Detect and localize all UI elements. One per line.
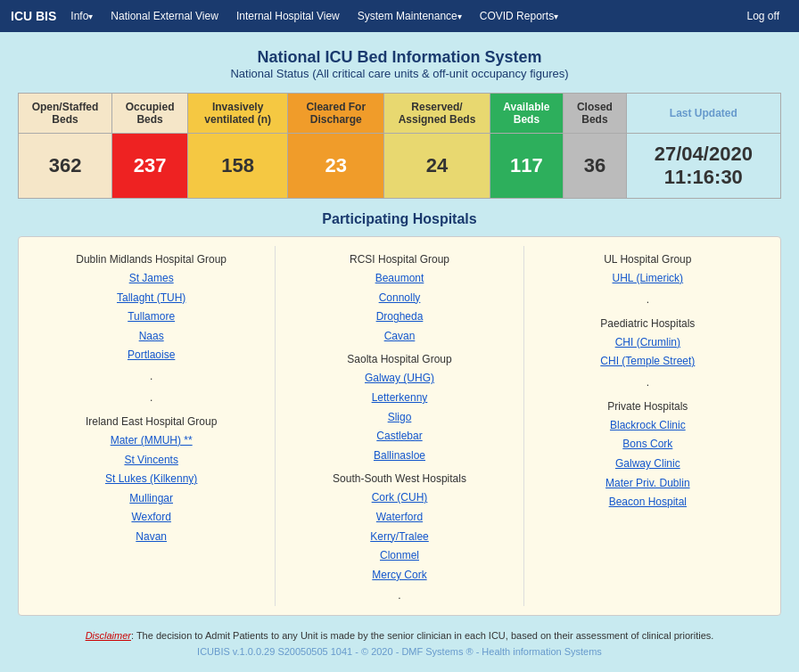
th-reserved: Reserved/ Assigned Beds — [384, 94, 490, 134]
group-private: Private Hospitals — [533, 400, 762, 413]
hospital-st-lukes[interactable]: St Lukes (Kilkenny) — [37, 470, 266, 489]
nav-national-external[interactable]: National External View — [102, 0, 227, 32]
val-occupied: 237 — [112, 134, 188, 199]
val-invasive: 158 — [188, 134, 288, 199]
hospital-tullamore[interactable]: Tullamore — [37, 307, 266, 327]
dot-col2: . — [284, 585, 514, 606]
val-last-updated: 27/04/2020 11:16:30 — [626, 134, 780, 199]
val-open-staffed: 362 — [19, 134, 112, 199]
hospital-mercy-cork[interactable]: Mercy Cork — [284, 566, 514, 586]
hospital-cork-cuh[interactable]: Cork (CUH) — [284, 488, 514, 508]
hospitals-section-title: Participating Hospitals — [18, 211, 781, 227]
hospital-letterkenny[interactable]: Letterkenny — [284, 389, 514, 408]
hospital-galway-uhg[interactable]: Galway (UHG) — [284, 369, 514, 389]
hospital-wexford[interactable]: Wexford — [37, 508, 266, 528]
th-invasive: Invasively ventilated (n) — [188, 94, 288, 134]
val-reserved: 24 — [384, 134, 490, 199]
hospital-st-james[interactable]: St James — [37, 269, 266, 289]
hospital-naas[interactable]: Naas — [37, 327, 266, 347]
page-title: National ICU Bed Information System — [18, 48, 781, 67]
hospital-mater[interactable]: Mater (MMUH) ** — [37, 431, 266, 451]
footer-text: ICUBIS v.1.0.0.29 S20050505 1041 - © 202… — [18, 646, 781, 657]
hospital-sligo[interactable]: Sligo — [284, 408, 514, 428]
th-cleared: Cleared For Discharge — [288, 94, 384, 134]
hospital-uhl-limerick[interactable]: UHL (Limerick) — [533, 269, 762, 289]
group-dublin-midlands: Dublin Midlands Hospital Group — [37, 253, 266, 266]
hospital-tallaght[interactable]: Tallaght (TUH) — [37, 289, 266, 308]
hospital-clonmel[interactable]: Clonmel — [284, 546, 514, 566]
dot-1: . — [37, 365, 266, 387]
hospital-portlaoise[interactable]: Portlaoise — [37, 346, 266, 365]
group-paediatric: Paediatric Hospitals — [533, 317, 762, 330]
th-available: Available Beds — [490, 94, 564, 134]
hospital-waterford[interactable]: Waterford — [284, 508, 514, 528]
hospital-col-1: Dublin Midlands Hospital Group St James … — [28, 246, 276, 606]
hospital-connolly[interactable]: Connolly — [284, 289, 514, 308]
hospital-beaumont[interactable]: Beaumont — [284, 269, 514, 289]
navbar: ICU BIS Info National External View Inte… — [0, 0, 799, 32]
hospital-chi-temple-street[interactable]: CHI (Temple Street) — [533, 352, 762, 372]
main-content: National ICU Bed Information System Nati… — [0, 32, 799, 666]
val-available: 117 — [490, 134, 564, 199]
group-rcsi: RCSI Hospital Group — [284, 253, 514, 266]
group-south-west: South-South West Hospitals — [284, 472, 514, 485]
hospital-castlebar[interactable]: Castlebar — [284, 427, 514, 447]
th-last-updated: Last Updated — [626, 94, 780, 134]
nav-info[interactable]: Info — [62, 0, 102, 32]
hospital-bons-cork[interactable]: Bons Cork — [533, 435, 762, 455]
hospital-navan[interactable]: Navan — [37, 528, 266, 547]
nav-logoff[interactable]: Log off — [738, 0, 788, 32]
hospitals-container: Dublin Midlands Hospital Group St James … — [18, 236, 781, 616]
group-saolta: Saolta Hospital Group — [284, 353, 514, 365]
hospital-mater-priv-dublin[interactable]: Mater Priv. Dublin — [533, 474, 762, 494]
nav-internal-hospital[interactable]: Internal Hospital View — [227, 0, 349, 32]
hospital-blackrock[interactable]: Blackrock Clinic — [533, 416, 762, 436]
brand-label: ICU BIS — [11, 9, 56, 23]
th-closed: Closed Beds — [564, 94, 626, 134]
hospital-kerry-tralee[interactable]: Kerry/Tralee — [284, 528, 514, 547]
disclaimer-label: Disclaimer — [86, 630, 131, 641]
hospital-mullingar[interactable]: Mullingar — [37, 489, 266, 509]
dot-2: . — [37, 387, 266, 408]
nav-covid-reports[interactable]: COVID Reports — [471, 0, 567, 32]
dot-col3a: . — [533, 289, 762, 310]
hospital-cavan[interactable]: Cavan — [284, 327, 514, 347]
hospital-st-vincents[interactable]: St Vincents — [37, 451, 266, 471]
disclaimer-text: : The decision to Admit Patients to any … — [131, 630, 713, 641]
hospital-col-2: RCSI Hospital Group Beaumont Connolly Dr… — [276, 246, 523, 606]
hospital-col-3: UL Hospital Group UHL (Limerick) . Paedi… — [524, 246, 771, 606]
stats-table: Open/Staffed Beds Occupied Beds Invasive… — [18, 93, 781, 199]
hospital-galway-clinic[interactable]: Galway Clinic — [533, 455, 762, 474]
page-subtitle: National Status (All critical care units… — [18, 67, 781, 80]
hospital-ballinasloe[interactable]: Ballinasloe — [284, 447, 514, 466]
disclaimer: Disclaimer: The decision to Admit Patien… — [18, 630, 781, 641]
th-occupied: Occupied Beds — [112, 94, 188, 134]
dot-col3b: . — [533, 372, 762, 393]
val-closed: 36 — [564, 134, 626, 199]
hospital-drogheda[interactable]: Drogheda — [284, 307, 514, 327]
nav-system-maintenance[interactable]: System Maintenance — [349, 0, 471, 32]
hospital-beacon[interactable]: Beacon Hospital — [533, 493, 762, 512]
th-open-staffed: Open/Staffed Beds — [19, 94, 112, 134]
group-ireland-east: Ireland East Hospital Group — [37, 415, 266, 428]
group-ul: UL Hospital Group — [533, 253, 762, 266]
val-cleared: 23 — [288, 134, 384, 199]
hospital-chi-crumlin[interactable]: CHI (Crumlin) — [533, 333, 762, 353]
